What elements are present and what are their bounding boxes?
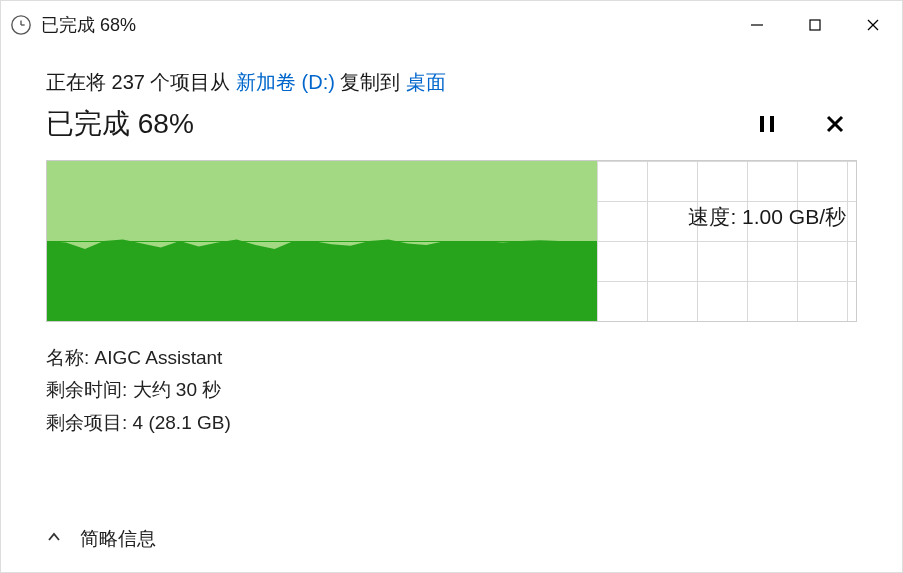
progress-title: 已完成 68%	[46, 105, 721, 143]
detail-items-value: 4 (28.1 GB)	[133, 412, 231, 433]
toggle-details-label: 简略信息	[80, 526, 156, 552]
cancel-button[interactable]	[813, 102, 857, 146]
svg-marker-11	[47, 239, 597, 321]
detail-time-value: 大约 30 秒	[133, 379, 222, 400]
detail-items-label: 剩余项目:	[46, 412, 133, 433]
detail-time-label: 剩余时间:	[46, 379, 133, 400]
maximize-button[interactable]	[786, 1, 844, 49]
titlebar: 已完成 68%	[1, 1, 902, 49]
detail-name-label: 名称:	[46, 347, 95, 368]
svg-rect-8	[770, 116, 774, 132]
copy-source-link[interactable]: 新加卷 (D:)	[236, 71, 335, 93]
speed-chart: 速度: 1.00 GB/秒	[46, 160, 857, 322]
clock-icon	[9, 13, 33, 37]
svg-rect-7	[760, 116, 764, 132]
transfer-details: 名称: AIGC Assistant 剩余时间: 大约 30 秒 剩余项目: 4…	[46, 342, 857, 439]
detail-time: 剩余时间: 大约 30 秒	[46, 374, 857, 406]
minimize-button[interactable]	[728, 1, 786, 49]
copy-destination-link[interactable]: 桌面	[406, 71, 446, 93]
pause-button[interactable]	[745, 102, 789, 146]
copy-description: 正在将 237 个项目从 新加卷 (D:) 复制到 桌面	[46, 69, 857, 96]
close-button[interactable]	[844, 1, 902, 49]
window-title: 已完成 68%	[41, 13, 728, 37]
window-controls	[728, 1, 902, 49]
copy-middle: 复制到	[335, 71, 406, 93]
svg-rect-4	[810, 20, 820, 30]
detail-name-value: AIGC Assistant	[95, 347, 223, 368]
detail-name: 名称: AIGC Assistant	[46, 342, 857, 374]
copy-prefix: 正在将 237 个项目从	[46, 71, 236, 93]
detail-items: 剩余项目: 4 (28.1 GB)	[46, 407, 857, 439]
speed-label: 速度: 1.00 GB/秒	[688, 203, 846, 231]
chart-history-area	[47, 161, 597, 321]
chart-progress-fill	[47, 161, 597, 321]
chevron-up-icon	[46, 528, 62, 550]
toggle-details-button[interactable]: 简略信息	[1, 516, 902, 572]
